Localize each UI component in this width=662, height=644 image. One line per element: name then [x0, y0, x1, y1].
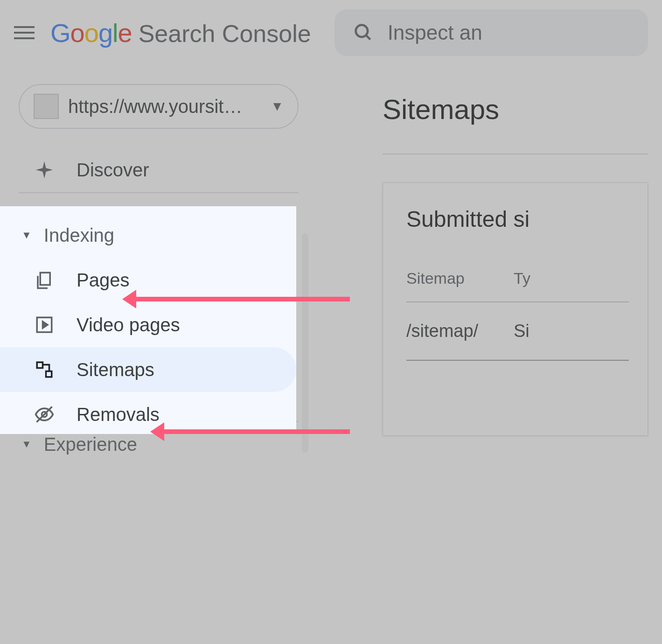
caret-down-icon: ▼ — [21, 229, 32, 241]
sidebar-group-indexing[interactable]: ▼ Indexing — [0, 213, 296, 258]
svg-rect-6 — [46, 371, 52, 377]
pages-icon — [33, 268, 56, 292]
app-header: Google Search Console Inspect an — [0, 0, 662, 65]
col-type: Ty — [514, 269, 530, 287]
scrollbar-thumb[interactable] — [302, 233, 308, 453]
cell-sitemap: /sitemap/ — [406, 321, 514, 341]
divider — [383, 154, 648, 154]
svg-point-0 — [355, 25, 368, 37]
svg-rect-2 — [40, 273, 50, 285]
page-title: Sitemaps — [383, 93, 648, 126]
video-icon — [33, 313, 56, 336]
svg-marker-4 — [43, 322, 48, 328]
sidebar-item-sitemaps[interactable]: Sitemaps — [0, 347, 296, 392]
sidebar-item-label: Video pages — [77, 315, 180, 336]
annotation-arrow — [126, 297, 350, 301]
sitemap-icon — [33, 358, 56, 381]
card-title: Submitted si — [406, 206, 629, 232]
annotation-arrow — [154, 429, 350, 434]
sidebar-item-label: Pages — [77, 270, 129, 291]
url-inspect-search[interactable]: Inspect an — [334, 9, 648, 56]
sidebar-group-label: Experience — [44, 434, 137, 455]
discover-icon — [33, 158, 56, 182]
caret-down-icon: ▼ — [21, 438, 32, 450]
sidebar-item-discover[interactable]: Discover — [0, 147, 317, 192]
cell-type: Si — [514, 321, 530, 341]
product-logo: Google Search Console — [50, 18, 311, 48]
col-sitemap: Sitemap — [406, 269, 514, 287]
table-header: Sitemap Ty — [406, 269, 629, 302]
svg-rect-5 — [37, 362, 42, 368]
google-logo: Google — [50, 18, 132, 48]
main-content: Sitemaps Submitted si Sitemap Ty /sitema… — [317, 65, 662, 644]
chevron-down-icon: ▼ — [271, 99, 284, 114]
sidebar-item-video-pages[interactable]: Video pages — [0, 302, 296, 347]
svg-line-1 — [366, 35, 370, 40]
sidebar-item-label: Sitemaps — [77, 359, 154, 380]
table-row[interactable]: /sitemap/ Si — [406, 302, 629, 361]
sidebar-item-label: Removals — [77, 404, 160, 425]
property-url: https://www.yoursit… — [68, 96, 242, 117]
property-favicon — [34, 94, 59, 119]
product-name: Search Console — [139, 20, 311, 48]
highlighted-nav-section: ▼ Indexing Pages Video pages Sitemaps Re… — [0, 206, 296, 434]
removals-icon — [33, 403, 56, 426]
submitted-sitemaps-card: Submitted si Sitemap Ty /sitemap/ Si — [383, 182, 648, 436]
search-placeholder: Inspect an — [388, 21, 482, 44]
menu-icon[interactable] — [14, 21, 36, 44]
sidebar-group-label: Indexing — [44, 225, 114, 246]
sidebar-item-label: Discover — [77, 160, 149, 181]
search-icon — [353, 22, 374, 43]
property-selector[interactable]: https://www.yoursit… ▼ — [19, 84, 299, 129]
sidebar-item-pages[interactable]: Pages — [0, 258, 296, 302]
